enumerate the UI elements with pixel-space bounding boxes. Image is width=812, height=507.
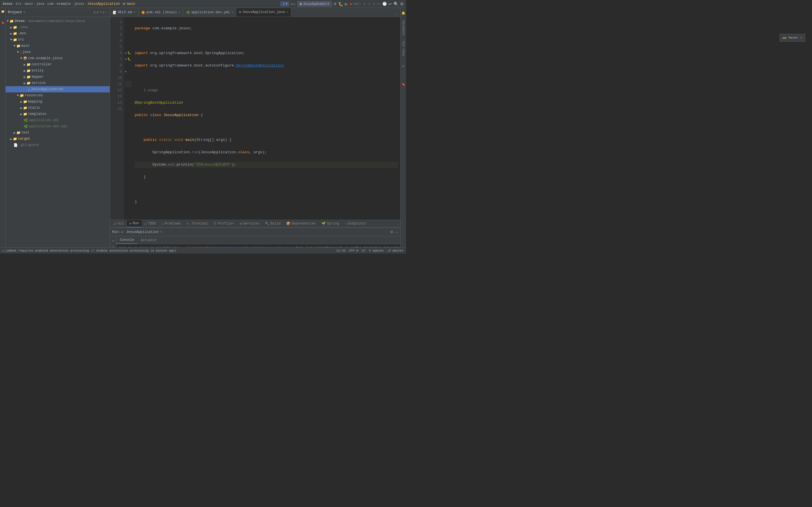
git-more[interactable]: ⋯	[377, 2, 380, 6]
maven-icon[interactable]: m	[402, 62, 405, 70]
run-settings-btn[interactable]: ⚙	[390, 230, 393, 234]
tree-item-java[interactable]: ▼ ☕ java	[6, 49, 110, 55]
bottom-tab-terminal[interactable]: >_ Terminal	[184, 220, 211, 227]
run-gutter-6[interactable]: ▶	[125, 50, 127, 56]
stop-button[interactable]: ■	[350, 2, 352, 6]
tree-item-package[interactable]: ▼ 📦 com.example.jesus	[6, 55, 110, 61]
recent-files-button[interactable]: ⋮	[395, 13, 398, 17]
run-tab-console[interactable]: Console	[116, 237, 137, 244]
refresh-button[interactable]: ↺	[333, 2, 337, 6]
debug-gutter-7[interactable]: 🐛	[128, 56, 131, 62]
structure-right-icon[interactable]: ⋮	[401, 71, 406, 79]
close-helpmd[interactable]: ×	[134, 11, 135, 14]
run-config-button[interactable]: ▶ JesusApplication ▾	[297, 1, 332, 6]
breadcrumb-class[interactable]: JesusApplication	[87, 2, 120, 6]
settings-button[interactable]: ⚙	[400, 2, 404, 6]
status-branch[interactable]: ⎇ master	[387, 249, 404, 252]
bottom-tab-git[interactable]: ⎇ Git	[110, 220, 127, 227]
debug-gutter-6[interactable]: 🐛	[128, 50, 131, 56]
tree-item-root[interactable]: ▼ 📁 Jesus ~/Documents/IDEA2022/Jesus/Jes…	[6, 18, 110, 24]
tree-item-mapping[interactable]: ▶ 📁 mapping	[6, 99, 110, 105]
status-warning[interactable]: Lombok requires enabled annotation proce…	[5, 249, 176, 252]
tree-item-target[interactable]: ▶ 📁 target	[6, 136, 110, 142]
breadcrumb-src[interactable]: src	[15, 2, 22, 6]
run-gutter-9[interactable]: ▶	[125, 69, 127, 75]
tree-item-appyml[interactable]: 🌿 application.yml	[6, 117, 110, 123]
collapse-all-icon[interactable]: ⊟	[97, 10, 99, 14]
run-config-name[interactable]: ▶ JesusApplication	[121, 230, 159, 234]
tab-pomxml[interactable]: 🔶 pom.xml (Jesus) ×	[139, 8, 183, 17]
breadcrumb-com[interactable]: com	[47, 2, 54, 6]
tree-item-test[interactable]: ▶ 📁 test	[6, 129, 110, 136]
git-revert[interactable]: ↩	[389, 2, 392, 6]
breadcrumb-project[interactable]: Jesus	[2, 2, 12, 6]
tree-item-resources[interactable]: ▼ 📁 resources	[6, 93, 110, 99]
git-check[interactable]: ✓	[363, 2, 366, 6]
run-gutter-7[interactable]: ▶	[125, 56, 127, 62]
tree-item-mapper[interactable]: ▶ 📁 mapper	[6, 74, 110, 80]
close-panel-icon[interactable]: —	[105, 10, 107, 14]
sort-icon[interactable]: ≡	[100, 10, 101, 14]
git-check2[interactable]: ✓	[368, 2, 371, 6]
run-tab-actuator[interactable]: Actuator	[137, 237, 160, 244]
bottom-tab-build[interactable]: 🔨 Build	[262, 220, 283, 227]
breadcrumb-main[interactable]: main	[25, 2, 33, 6]
tree-item-idea[interactable]: ▶ 📁 .idea	[6, 24, 110, 31]
tree-item-main[interactable]: ▼ 📁 main	[6, 43, 110, 49]
notifications-icon[interactable]: 🔔	[401, 9, 406, 17]
bookmarks-right-icon[interactable]: 🔖	[401, 80, 406, 88]
run-button[interactable]: ▶	[345, 2, 348, 6]
profile-button[interactable]: 👤▾	[280, 1, 289, 6]
vcs-button[interactable]: ⟵	[291, 2, 296, 6]
bottom-tab-run[interactable]: ▶ Run	[127, 220, 142, 227]
tree-item-jesusapp[interactable]: ☕ JesusApplication	[6, 86, 110, 93]
structure-icon[interactable]: ⋮	[0, 26, 5, 31]
tree-item-controller[interactable]: ▶ 📁 controller	[6, 61, 110, 68]
project-dropdown[interactable]: ▾	[23, 10, 25, 14]
breadcrumb-jesus[interactable]: jesus	[74, 2, 84, 6]
bottom-tab-endpoints[interactable]: → Endpoints	[342, 220, 369, 227]
tree-item-mvn[interactable]: ▶ 📁 .mvn	[6, 31, 110, 37]
close-jesusapp[interactable]: ×	[287, 11, 288, 14]
bookmark-icon[interactable]: 🔖	[0, 20, 5, 25]
tab-appdevyml[interactable]: 🌿 application-dev.yml ×	[183, 8, 236, 17]
project-icon[interactable]: 📁	[0, 9, 5, 14]
run-minimize-btn[interactable]: —	[395, 230, 398, 234]
debug-button[interactable]: 🐛	[338, 2, 343, 6]
status-indent[interactable]: 4 spaces	[369, 249, 384, 252]
run-scroll-end-btn[interactable]: ⬇	[110, 244, 116, 247]
tree-item-templates[interactable]: ▶ 📁 templates	[6, 111, 110, 117]
bottom-tab-services[interactable]: ⚙ Services	[237, 220, 262, 227]
run-log[interactable]: 2023-02-22 18:16:02.622 INFO 6714 --- [ …	[116, 244, 400, 247]
bottom-tab-dependencies[interactable]: 📦 Dependencies	[283, 220, 319, 227]
run-config-close[interactable]: ×	[160, 230, 162, 234]
breadcrumb-java[interactable]: java	[36, 2, 44, 6]
tab-helpmd[interactable]: 📝 HELP.md ×	[110, 8, 139, 17]
close-pomxml[interactable]: ×	[179, 11, 180, 14]
tree-item-appdevyml[interactable]: 🌿 application-dev.yml	[6, 123, 110, 129]
git-history[interactable]: 🕐	[382, 2, 387, 6]
tree-item-service[interactable]: ▶ 📁 service	[6, 80, 110, 86]
tab-jesusapp[interactable]: m JesusApplication.java ×	[236, 8, 291, 17]
git-push[interactable]: ↑	[373, 2, 375, 6]
docview-icon[interactable]: Doc View	[401, 39, 406, 58]
status-line-ending[interactable]: LF	[362, 249, 365, 252]
tree-item-entity[interactable]: ▶ 📁 entity	[6, 68, 110, 74]
run-restart-btn[interactable]: ↺	[110, 237, 116, 244]
breadcrumb-method[interactable]: m main	[123, 2, 135, 6]
bottom-tab-profiler[interactable]: ⏱ Profiler	[211, 220, 237, 227]
bottom-tab-todo[interactable]: ☑ TODO	[142, 220, 158, 227]
close-appdevyml[interactable]: ×	[232, 11, 233, 14]
settings-icon[interactable]: ⚙	[103, 10, 105, 14]
search-everywhere[interactable]: 🔍	[394, 2, 398, 6]
code-content[interactable]: package com.example.jesus; import org.sp…	[133, 17, 400, 220]
breadcrumb-example[interactable]: example	[57, 2, 71, 6]
tree-item-gitignore[interactable]: 📄 .gitignore	[6, 142, 110, 148]
tree-item-src[interactable]: ▼ 📁 src	[6, 37, 110, 43]
bottom-tab-spring[interactable]: 🌱 Spring	[319, 220, 342, 227]
locate-file-icon[interactable]: ⊕	[94, 10, 96, 14]
database-icon[interactable]: Database	[401, 18, 406, 38]
status-encoding[interactable]: UTF-8	[349, 249, 358, 252]
tree-item-static[interactable]: ▶ 📁 static	[6, 105, 110, 111]
bottom-tab-problems[interactable]: ⚠ Problems	[159, 220, 184, 227]
